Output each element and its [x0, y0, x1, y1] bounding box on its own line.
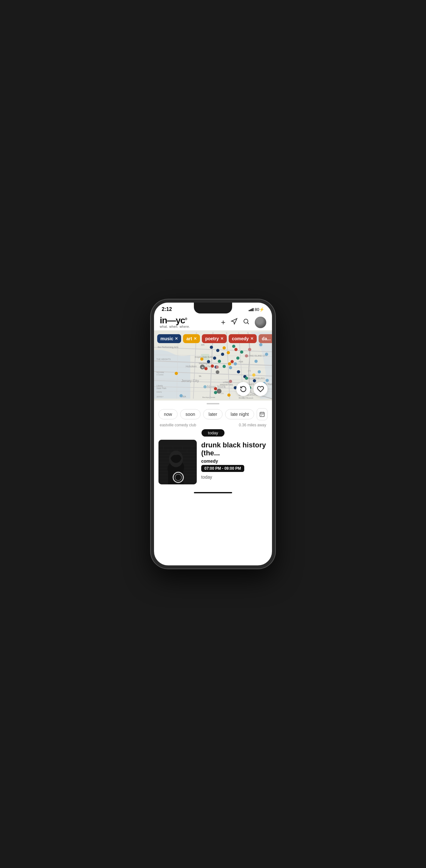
- phone-frame: 2:12 80⚡ in—yc® what. when. where.: [151, 300, 275, 568]
- map-container[interactable]: the Performing Arts 495 UPPER EAST SIDE …: [154, 330, 272, 401]
- svg-text:LONG ISLAND CITY: LONG ISLAND CITY: [248, 354, 268, 357]
- svg-text:495: 495: [201, 344, 204, 346]
- map-dot: [227, 351, 230, 354]
- chip-comedy-close[interactable]: ✕: [250, 336, 253, 341]
- map-dot: [254, 360, 257, 363]
- map-dot: [211, 365, 214, 368]
- map-dot: [222, 346, 226, 349]
- time-chip-soon[interactable]: soon: [180, 409, 201, 419]
- map-dot: [216, 366, 219, 369]
- svg-point-52: [216, 389, 221, 394]
- chip-art-close[interactable]: ✕: [193, 336, 197, 341]
- map-dot: [237, 370, 240, 373]
- map-dot: [252, 373, 255, 377]
- map-dot: [266, 379, 269, 382]
- search-button[interactable]: [243, 318, 250, 327]
- map-dot: [216, 349, 219, 352]
- phone-notch: [194, 303, 232, 313]
- map-dot: [257, 370, 261, 373]
- time-chip-later[interactable]: later: [203, 409, 222, 419]
- svg-line-2: [247, 323, 249, 324]
- svg-text:WILLIAMSBURG: WILLIAMSBURG: [246, 377, 265, 380]
- map-dot: [180, 394, 183, 397]
- map-dot: [232, 345, 235, 348]
- map-dot: [229, 366, 232, 369]
- map-dot: [259, 343, 263, 346]
- map-dot: [240, 350, 243, 354]
- svg-text:rt Centre: rt Centre: [157, 374, 163, 376]
- map-dot: [214, 387, 217, 390]
- battery-indicator: 80⚡: [255, 307, 264, 312]
- time-chip-now[interactable]: now: [158, 409, 178, 419]
- chip-art[interactable]: art ✕: [183, 334, 200, 343]
- chip-poetry[interactable]: poetry ✕: [202, 334, 227, 343]
- map-dot: [229, 380, 232, 383]
- svg-text:278: 278: [248, 370, 251, 372]
- event-card[interactable]: drunk black history (the... comedy 07:00…: [158, 440, 268, 485]
- svg-text:Brooklyn Museum: Brooklyn Museum: [239, 397, 253, 399]
- time-chip-late-night[interactable]: late night: [225, 409, 254, 419]
- status-icons: 80⚡: [249, 307, 264, 312]
- refresh-button[interactable]: [236, 382, 250, 396]
- avatar[interactable]: [255, 317, 266, 328]
- map-dot: [222, 365, 226, 368]
- map-actions: [236, 382, 268, 396]
- svg-text:Jersey City: Jersey City: [181, 379, 199, 383]
- favorite-button[interactable]: [253, 382, 268, 396]
- map-dot: [213, 356, 216, 360]
- chip-music-close[interactable]: ✕: [175, 336, 178, 341]
- map-dot: [218, 360, 221, 363]
- event-time-badge: 07:00 PM - 09:00 PM: [201, 465, 244, 472]
- map-dot: [214, 391, 217, 394]
- svg-point-1: [244, 319, 248, 323]
- time-filter: now soon later late night: [154, 406, 272, 423]
- chip-comedy[interactable]: comedy ✕: [229, 334, 257, 343]
- map-dot: [231, 360, 234, 363]
- map-dot: [204, 385, 207, 389]
- logo: in—yc® what. when. where.: [160, 316, 190, 329]
- event-list: eastville comedy club 0.36 miles away to…: [154, 423, 272, 490]
- map-dot: [204, 367, 208, 370]
- map-dot: [175, 372, 178, 375]
- add-button[interactable]: +: [221, 318, 225, 327]
- map-dot: [245, 354, 248, 358]
- map-dot: [265, 353, 268, 356]
- filter-chips: music ✕ art ✕ poetry ✕ comedy ✕ da...: [157, 334, 272, 343]
- svg-rect-53: [260, 412, 264, 417]
- map-dot: [248, 348, 251, 351]
- logo-text: in—yc®: [160, 316, 190, 325]
- venue-hint: eastville comedy club 0.36 miles away: [158, 423, 268, 427]
- today-badge: today: [158, 429, 268, 437]
- map-dot: [236, 356, 240, 360]
- map-dot: [210, 346, 213, 349]
- svg-text:THE HEIGHTS: THE HEIGHTS: [157, 358, 171, 360]
- map-dot: [200, 358, 204, 361]
- svg-text:JERSEY: JERSEY: [157, 396, 163, 398]
- map-dot: [234, 362, 237, 366]
- event-category: comedy: [201, 459, 268, 464]
- phone-screen: 2:12 80⚡ in—yc® what. when. where.: [154, 303, 272, 565]
- svg-text:9A: 9A: [199, 375, 202, 377]
- chip-poetry-close[interactable]: ✕: [220, 336, 223, 341]
- event-image: [158, 440, 197, 485]
- app-header: in—yc® what. when. where. +: [154, 313, 272, 330]
- event-image-inner: [158, 440, 197, 485]
- today-pill: today: [202, 429, 224, 437]
- drag-handle: [207, 403, 219, 404]
- event-date: today: [201, 474, 268, 479]
- logo-tagline: what. when. where.: [160, 325, 190, 329]
- svg-text:FDR: FDR: [239, 361, 243, 363]
- map-dot: [245, 377, 248, 380]
- svg-text:SQUARE: SQUARE: [157, 372, 164, 373]
- chip-dance[interactable]: da...: [258, 334, 272, 343]
- status-time: 2:12: [162, 306, 172, 312]
- svg-text:Liberty: Liberty: [157, 391, 162, 393]
- header-actions: +: [221, 317, 266, 328]
- svg-text:Hoboken: Hoboken: [186, 365, 197, 368]
- map-dot: [234, 348, 238, 351]
- location-button[interactable]: [231, 318, 238, 327]
- home-indicator: [194, 492, 232, 493]
- signal-icon: [249, 307, 253, 311]
- chip-music[interactable]: music ✕: [157, 334, 181, 343]
- calendar-button[interactable]: [257, 408, 268, 420]
